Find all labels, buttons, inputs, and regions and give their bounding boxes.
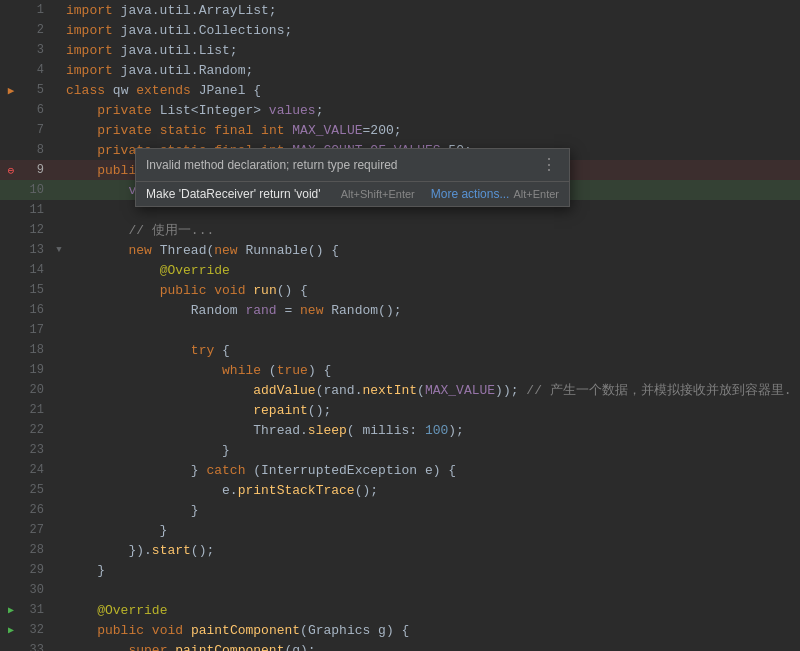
fold-indicator — [52, 85, 66, 96]
line-code: addValue(rand.nextInt(MAX_VALUE)); // 产生… — [66, 381, 800, 399]
fold-indicator[interactable]: ▼ — [52, 245, 66, 255]
more-actions-button[interactable]: More actions... — [431, 187, 510, 201]
line-code: } — [66, 503, 800, 518]
line-number: 23 — [22, 440, 52, 460]
code-line: 22 Thread.sleep( millis: 100); — [0, 420, 800, 440]
quickfix-action[interactable]: Make 'DataReceiver' return 'void' Alt+Sh… — [136, 182, 569, 206]
line-number: 16 — [22, 300, 52, 320]
line-number: 27 — [22, 520, 52, 540]
more-options-icon[interactable]: ⋮ — [541, 155, 559, 175]
line-number: 30 — [22, 580, 52, 600]
line-marker — [0, 183, 22, 198]
quickfix-popup: Invalid method declaration; return type … — [135, 148, 570, 207]
fold-indicator — [52, 505, 66, 516]
line-marker — [0, 103, 22, 118]
fold-indicator — [52, 605, 66, 616]
line-code: import java.util.Collections; — [66, 23, 800, 38]
line-marker — [0, 223, 22, 238]
code-line: 3 import java.util.List; — [0, 40, 800, 60]
line-code: @Override — [66, 263, 800, 278]
fold-indicator — [52, 65, 66, 76]
line-marker — [0, 583, 22, 598]
fold-indicator — [52, 645, 66, 652]
line-number: 13 — [22, 240, 52, 260]
fold-indicator — [52, 305, 66, 316]
line-code: Thread.sleep( millis: 100); — [66, 423, 800, 438]
line-code: public void paintComponent(Graphics g) { — [66, 623, 800, 638]
fold-indicator — [52, 445, 66, 456]
code-line: 4 import java.util.Random; — [0, 60, 800, 80]
line-marker — [0, 3, 22, 18]
run-marker[interactable]: ▶ — [0, 624, 22, 636]
line-code: try { — [66, 343, 800, 358]
quickfix-action-label: Make 'DataReceiver' return 'void' — [146, 187, 331, 201]
line-number: 10 — [22, 180, 52, 200]
line-number: 20 — [22, 380, 52, 400]
code-line: 33 super.paintComponent(g); — [0, 640, 800, 651]
fold-indicator — [52, 545, 66, 556]
line-number: 9 — [22, 160, 52, 180]
fold-indicator — [52, 145, 66, 156]
line-marker — [0, 303, 22, 318]
line-code: } catch (InterruptedException e) { — [66, 463, 800, 478]
quickfix-action-text: Make 'DataReceiver' return 'void' — [146, 187, 321, 201]
fold-indicator — [52, 365, 66, 376]
code-line: 1 import java.util.ArrayList; — [0, 0, 800, 20]
line-marker — [0, 383, 22, 398]
code-line: ▶ 31 @Override — [0, 600, 800, 620]
code-line: 28 }).start(); — [0, 540, 800, 560]
code-line: 29 } — [0, 560, 800, 580]
line-number: 18 — [22, 340, 52, 360]
code-line: 23 } — [0, 440, 800, 460]
code-line: 7 private static final int MAX_VALUE=200… — [0, 120, 800, 140]
line-code: @Override — [66, 603, 800, 618]
line-code: e.printStackTrace(); — [66, 483, 800, 498]
fold-indicator — [52, 165, 66, 176]
code-line: ▶ 5 class qw extends JPanel { — [0, 80, 800, 100]
quickfix-title: Invalid method declaration; return type … — [146, 158, 397, 172]
line-number: 6 — [22, 100, 52, 120]
line-code: new Thread(new Runnable() { — [66, 243, 800, 258]
code-line: 30 — [0, 580, 800, 600]
line-number: 24 — [22, 460, 52, 480]
line-marker — [0, 543, 22, 558]
fold-indicator — [52, 485, 66, 496]
line-code: }).start(); — [66, 543, 800, 558]
line-marker — [0, 243, 22, 258]
line-number: 19 — [22, 360, 52, 380]
code-line: 25 e.printStackTrace(); — [0, 480, 800, 500]
line-marker — [0, 443, 22, 458]
line-marker — [0, 403, 22, 418]
line-marker — [0, 263, 22, 278]
line-code: Random rand = new Random(); — [66, 303, 800, 318]
line-marker — [0, 563, 22, 578]
fold-indicator — [52, 205, 66, 216]
line-number: 15 — [22, 280, 52, 300]
line-code: } — [66, 563, 800, 578]
line-number: 25 — [22, 480, 52, 500]
line-number: 7 — [22, 120, 52, 140]
line-marker — [0, 643, 22, 652]
code-line: 6 private List<Integer> values; — [0, 100, 800, 120]
fold-indicator — [52, 565, 66, 576]
fold-indicator — [52, 25, 66, 36]
line-number: 28 — [22, 540, 52, 560]
code-line: ▶ 32 public void paintComponent(Graphics… — [0, 620, 800, 640]
line-marker — [0, 523, 22, 538]
line-number: 22 — [22, 420, 52, 440]
run-marker[interactable]: ▶ — [0, 604, 22, 616]
line-number: 11 — [22, 200, 52, 220]
code-line: 27 } — [0, 520, 800, 540]
line-marker — [0, 483, 22, 498]
line-code — [66, 583, 800, 598]
code-line: 15 public void run() { — [0, 280, 800, 300]
code-line: 17 — [0, 320, 800, 340]
line-code: repaint(); — [66, 403, 800, 418]
code-line: 20 addValue(rand.nextInt(MAX_VALUE)); //… — [0, 380, 800, 400]
line-number: 17 — [22, 320, 52, 340]
line-code: // 使用一... — [66, 221, 800, 239]
line-marker — [0, 203, 22, 218]
fold-indicator — [52, 625, 66, 636]
code-editor[interactable]: 1 import java.util.ArrayList; 2 import j… — [0, 0, 800, 651]
quickfix-header: Invalid method declaration; return type … — [136, 149, 569, 182]
